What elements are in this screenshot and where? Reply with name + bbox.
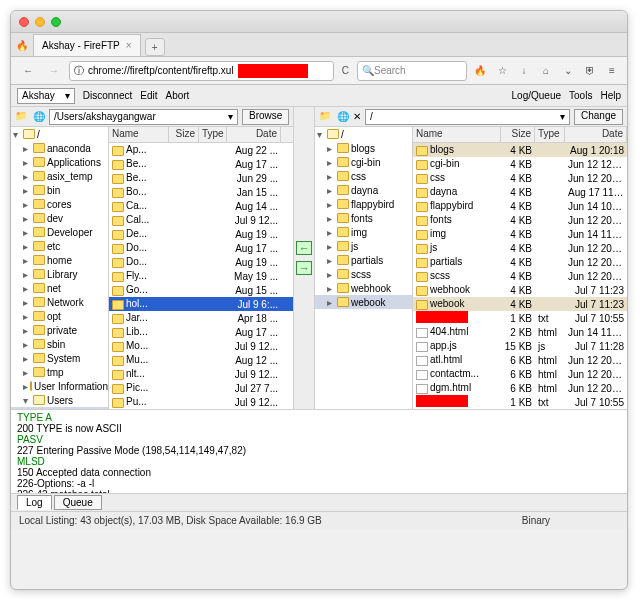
disclosure-icon[interactable]: ▸ (33, 409, 38, 410)
tree-item[interactable]: ▸webook (315, 295, 412, 309)
disclosure-icon[interactable]: ▸ (327, 199, 335, 210)
shield-icon[interactable]: ⛨ (581, 62, 599, 80)
file-row[interactable]: js4 KBJun 12 20:31 (413, 241, 627, 255)
tree-item[interactable]: ▸etc (11, 239, 108, 253)
disclosure-icon[interactable]: ▸ (327, 255, 335, 266)
upload-arrow-button[interactable]: → (296, 261, 312, 275)
tree-item[interactable]: ▸dev (11, 211, 108, 225)
file-row[interactable]: dgm.html6 KBhtmlJun 12 20:25 (413, 381, 627, 395)
file-row[interactable]: contactm...6 KBhtmlJun 12 20:31 (413, 367, 627, 381)
tree-item[interactable]: ▸scss (315, 267, 412, 281)
file-row[interactable]: Mu...Aug 12 ... (109, 353, 293, 367)
tree-item[interactable]: ▸css (315, 169, 412, 183)
account-select[interactable]: Akshay ▾ (17, 88, 75, 104)
tree-item[interactable]: ▸cgi-bin (315, 155, 412, 169)
forward-button[interactable]: → (43, 61, 65, 81)
col-size[interactable]: Size (501, 127, 535, 142)
tree-item[interactable]: ▸Library (11, 267, 108, 281)
tree-item[interactable]: ▸anaconda (11, 141, 108, 155)
col-size[interactable]: Size (169, 127, 199, 142)
disclosure-icon[interactable]: ▸ (23, 325, 31, 336)
tree-item[interactable]: ▸private (11, 323, 108, 337)
file-row[interactable]: Lib...Aug 17 ... (109, 325, 293, 339)
local-filelist[interactable]: Name Size Type Date Ap...Aug 22 ...Be...… (109, 127, 293, 409)
disclosure-icon[interactable]: ▸ (23, 199, 31, 210)
disclosure-icon[interactable]: ▸ (327, 297, 335, 308)
minimize-window-button[interactable] (35, 17, 45, 27)
menu-icon[interactable]: ≡ (603, 62, 621, 80)
file-row[interactable]: scss4 KBJun 12 20:31 (413, 269, 627, 283)
file-row[interactable]: De...Aug 19 ... (109, 227, 293, 241)
col-date[interactable]: Date (565, 127, 627, 142)
tree-item[interactable]: ▸js (315, 239, 412, 253)
tree-root[interactable]: ▾/ (11, 127, 108, 141)
logqueue-button[interactable]: Log/Queue (512, 90, 562, 101)
bookmark-icon[interactable]: ☆ (493, 62, 511, 80)
disclosure-icon[interactable]: ▸ (327, 227, 335, 238)
file-row[interactable]: Do...Aug 19 ... (109, 255, 293, 269)
disclosure-icon[interactable]: ▸ (327, 213, 335, 224)
tree-item[interactable]: ▸System (11, 351, 108, 365)
tree-item[interactable]: ▸partials (315, 253, 412, 267)
file-row[interactable]: webhook4 KBJul 7 11:23 (413, 283, 627, 297)
help-button[interactable]: Help (600, 90, 621, 101)
file-row[interactable]: Be...Jun 29 ... (109, 171, 293, 185)
download-arrow-button[interactable]: ← (296, 241, 312, 255)
tools-button[interactable]: Tools (569, 90, 592, 101)
col-type[interactable]: Type (535, 127, 565, 142)
tree-item[interactable]: ▸webhook (315, 281, 412, 295)
log-panel[interactable]: TYPE A200 TYPE is now ASCII PASV227 Ente… (11, 409, 627, 493)
col-name[interactable]: Name (109, 127, 169, 142)
disclosure-icon[interactable]: ▸ (23, 227, 31, 238)
change-button[interactable]: Change (574, 109, 623, 125)
file-row[interactable]: 1 KBtxtJul 7 10:55 (413, 395, 627, 409)
abort-button[interactable]: Abort (166, 90, 190, 101)
file-row[interactable]: Fly...May 19 ... (109, 269, 293, 283)
tree-item[interactable]: ▸Network (11, 295, 108, 309)
file-row[interactable]: Bo...Jan 15 ... (109, 185, 293, 199)
tree-item[interactable]: ▸User Information (11, 379, 108, 393)
file-row[interactable]: fonts4 KBJun 12 20:31 (413, 213, 627, 227)
file-row[interactable]: webook4 KBJul 7 11:23 (413, 297, 627, 311)
browse-button[interactable]: Browse (242, 109, 289, 125)
fireftp-toolbar-icon[interactable]: 🔥 (471, 62, 489, 80)
disclosure-icon[interactable]: ▸ (327, 185, 335, 196)
remote-filelist[interactable]: Name Size Type Date blogs4 KBAug 1 20:18… (413, 127, 627, 409)
file-row[interactable]: flappybird4 KBJun 14 10:41 (413, 199, 627, 213)
disclosure-icon[interactable]: ▸ (23, 269, 31, 280)
tree-item[interactable]: ▸tmp (11, 365, 108, 379)
disclosure-icon[interactable]: ▸ (327, 241, 335, 252)
col-name[interactable]: Name (413, 127, 501, 142)
file-row[interactable]: blogs4 KBAug 1 20:18 (413, 143, 627, 157)
file-row[interactable]: cgi-bin4 KBJun 12 12:20 (413, 157, 627, 171)
cancel-icon[interactable]: ✕ (353, 111, 361, 122)
tree-item[interactable]: ▸opt (11, 309, 108, 323)
download-icon[interactable]: ↓ (515, 62, 533, 80)
local-tree[interactable]: ▾/▸anaconda▸Applications▸asix_temp▸bin▸c… (11, 127, 109, 409)
file-row[interactable]: Do...Aug 17 ... (109, 241, 293, 255)
tree-item[interactable]: ▸Applications (11, 155, 108, 169)
info-icon[interactable]: ⓘ (74, 64, 84, 78)
disclosure-icon[interactable]: ▸ (23, 297, 31, 308)
disclosure-icon[interactable]: ▸ (23, 185, 31, 196)
pocket-icon[interactable]: ⌄ (559, 62, 577, 80)
disclosure-icon[interactable]: ▸ (23, 381, 28, 392)
remote-path-field[interactable]: / ▾ (365, 109, 570, 125)
tree-item[interactable]: ▸blogs (315, 141, 412, 155)
tree-item[interactable]: ▸home (11, 253, 108, 267)
globe-icon[interactable]: 🌐 (337, 111, 349, 122)
tree-item[interactable]: ▸img (315, 225, 412, 239)
local-path-field[interactable]: /Users/akshaygangwar ▾ (49, 109, 238, 125)
log-tab[interactable]: Log (17, 495, 52, 510)
disclosure-icon[interactable]: ▸ (23, 171, 31, 182)
disclosure-icon[interactable]: ▸ (327, 143, 335, 154)
tree-item[interactable]: ▸flappybird (315, 197, 412, 211)
tree-item[interactable]: ▸akshaygangwar (11, 407, 108, 409)
file-row[interactable]: atl.html6 KBhtmlJun 12 20:31 (413, 353, 627, 367)
file-row[interactable]: img4 KBJun 14 11:35 (413, 227, 627, 241)
disclosure-icon[interactable]: ▸ (23, 353, 31, 364)
file-row[interactable]: app.js15 KBjsJul 7 11:28 (413, 339, 627, 353)
disclosure-icon[interactable]: ▸ (327, 283, 335, 294)
tree-item[interactable]: ▸bin (11, 183, 108, 197)
tree-item[interactable]: ▸fonts (315, 211, 412, 225)
